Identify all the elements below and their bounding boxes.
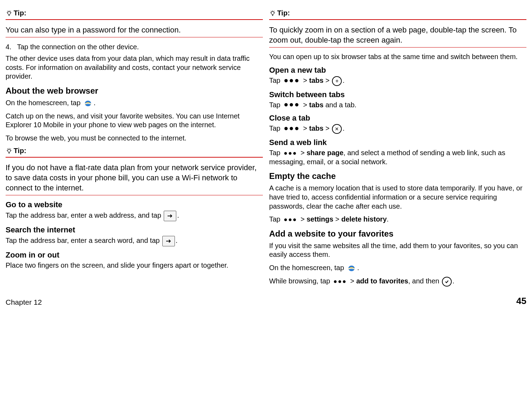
tip-label: Tip: — [269, 9, 526, 17]
svg-line-23 — [274, 11, 274, 11]
paragraph: Catch up on the news, and visit your fav… — [6, 112, 263, 130]
step-number: 4. — [6, 42, 12, 51]
paragraph: Tap ●●● > tabs and a tab. — [269, 101, 526, 110]
right-column: Tip: To quickly zoom in on a section of … — [269, 8, 526, 291]
paragraph: Place two fingers on the screen, and sli… — [6, 261, 263, 270]
divider — [6, 195, 263, 195]
tip-label: Tip: — [6, 9, 263, 17]
svg-line-22 — [271, 11, 271, 11]
heading-open-tab: Open a new tab — [269, 66, 526, 75]
paragraph: While browsing, tap ●●● > add to favorit… — [269, 277, 526, 287]
menu-item-bold: settings — [306, 215, 333, 223]
paragraph: Tap ●●● > tabs > ✕. — [269, 124, 526, 134]
heading-empty-cache: Empty the cache — [269, 171, 526, 181]
tip-text: Tip: — [277, 9, 290, 17]
svg-rect-27 — [348, 268, 355, 269]
go-arrow-icon — [162, 236, 175, 246]
divider — [269, 19, 526, 20]
divider — [6, 19, 263, 20]
svg-line-4 — [7, 11, 8, 11]
paragraph: Tap ●●● > tabs > +. — [269, 76, 526, 86]
page-number: 45 — [516, 296, 526, 306]
paragraph: You can open up to six browser tabs at t… — [269, 52, 526, 62]
left-column: Tip: You can also type in a password for… — [6, 8, 263, 291]
tip-body: You can also type in a password for the … — [6, 25, 263, 35]
plus-circle-icon: + — [332, 76, 342, 86]
tip-body: If you do not have a flat-rate data plan… — [6, 162, 263, 193]
svg-point-0 — [8, 12, 10, 14]
paragraph: Tap ●●● > settings > delete history. — [269, 215, 526, 224]
paragraph: On the homescreen, tap . — [269, 263, 526, 273]
tip-text: Tip: — [14, 9, 26, 17]
menu-item-bold: add to favorites — [356, 277, 408, 285]
paragraph: Tap ●●● > share page, and select a metho… — [269, 149, 526, 166]
svg-point-10 — [8, 149, 10, 152]
tip-label: Tip: — [6, 147, 263, 155]
lightbulb-icon — [269, 10, 276, 17]
svg-line-5 — [10, 11, 11, 11]
heading-send-link: Send a web link — [269, 138, 526, 147]
menu-item-bold: tabs — [309, 77, 323, 84]
svg-point-18 — [271, 12, 274, 14]
step-text: Tap the connection on the other device. — [17, 42, 139, 51]
paragraph: If you visit the same websites all the t… — [269, 241, 526, 259]
paragraph: Tap the address bar, enter a search word… — [6, 236, 263, 246]
lightbulb-icon — [6, 10, 13, 17]
step-4: 4. Tap the connection on the other devic… — [6, 42, 263, 51]
heading-zoom: Zoom in or out — [6, 251, 263, 260]
menu-item-bold: delete history — [341, 215, 387, 223]
paragraph: A cache is a memory location that is use… — [269, 184, 526, 211]
heading-add-favorites: Add a website to your favorites — [269, 229, 526, 239]
svg-line-15 — [10, 149, 11, 149]
divider — [269, 47, 526, 48]
chapter-label: Chapter 12 — [6, 298, 42, 306]
paragraph: On the homescreen, tap . — [6, 99, 263, 108]
tip-text: Tip: — [14, 147, 26, 155]
check-circle-icon — [442, 277, 452, 287]
tip-body: To quickly zoom in on a section of a web… — [269, 25, 526, 45]
svg-line-14 — [7, 149, 8, 149]
heading-close-tab: Close a tab — [269, 114, 526, 123]
internet-explorer-icon — [83, 99, 93, 108]
svg-rect-9 — [85, 103, 91, 104]
paragraph: Tap the address bar, enter a web address… — [6, 211, 263, 221]
paragraph: To browse the web, you must be connected… — [6, 134, 263, 143]
heading-about-browser: About the web browser — [6, 86, 263, 96]
menu-item-bold: tabs — [309, 101, 323, 109]
menu-item-bold: share page — [306, 149, 343, 157]
paragraph: The other device uses data from your dat… — [6, 54, 263, 81]
go-arrow-icon — [164, 211, 176, 221]
heading-search-internet: Search the internet — [6, 225, 263, 234]
divider — [6, 37, 263, 37]
heading-go-to-website: Go to a website — [6, 200, 263, 209]
menu-item-bold: tabs — [309, 125, 323, 132]
divider — [6, 157, 263, 158]
heading-switch-tabs: Switch between tabs — [269, 90, 526, 99]
close-circle-icon: ✕ — [332, 124, 342, 134]
internet-explorer-icon — [347, 264, 356, 273]
page-footer: Chapter 12 45 — [6, 296, 526, 306]
lightbulb-icon — [6, 147, 13, 154]
